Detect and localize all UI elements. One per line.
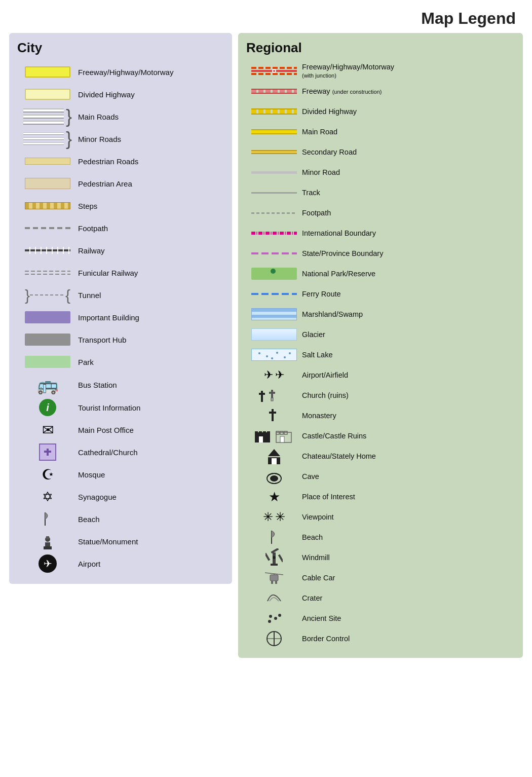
city-main-post-symbol: ✉ — [17, 422, 78, 438]
city-main-post-label: Main Post Office — [78, 426, 224, 434]
reg-cablecar-symbol — [246, 569, 302, 587]
city-statue-symbol — [17, 532, 78, 550]
city-freeway-row: Freeway/Highway/Motorway — [17, 61, 224, 83]
reg-windmill-row: Windmill — [246, 547, 515, 568]
reg-windmill-symbol — [246, 548, 302, 567]
info-icon: i — [39, 399, 56, 416]
reg-beach-symbol — [246, 529, 302, 546]
svg-rect-33 — [272, 458, 277, 464]
reg-viewpoint-symbol: ✳ ✳ — [246, 510, 302, 524]
reg-poi-symbol: ★ — [246, 489, 302, 505]
svg-point-50 — [274, 617, 277, 620]
reg-viewpoint-row: ✳ ✳ Viewpoint — [246, 507, 515, 527]
city-main-post-row: ✉ Main Post Office — [17, 419, 224, 441]
reg-freeway-uc-row: Freeway (under construction) — [246, 81, 515, 101]
city-cathedral-label: Cathedral/Church — [78, 448, 224, 457]
city-pedestrian-area-label: Pedestrian Area — [78, 179, 224, 188]
reg-cablecar-label: Cable Car — [302, 574, 515, 582]
svg-rect-27 — [276, 431, 279, 434]
city-funicular-label: Funicular Railway — [78, 269, 224, 277]
reg-castle-label: Castle/Castle Ruins — [302, 432, 515, 440]
reg-church-label: Church (ruins) — [302, 391, 515, 399]
reg-crater-row: Crater — [246, 588, 515, 608]
city-steps-row: Steps — [17, 195, 224, 217]
svg-rect-48 — [275, 581, 277, 584]
reg-cave-row: Cave — [246, 466, 515, 487]
city-bus-station-label: Bus Station — [78, 381, 224, 389]
reg-cave-label: Cave — [302, 472, 515, 480]
reg-freeway-symbol — [246, 67, 302, 75]
city-railway-row: Railway — [17, 239, 224, 262]
city-mosque-symbol: ☪ — [17, 466, 78, 483]
reg-church-symbol — [246, 387, 302, 404]
city-bus-station-row: 🚌 Bus Station — [17, 373, 224, 396]
reg-intl-boundary-label: International Boundary — [302, 229, 515, 237]
reg-divided-row: Divided Highway — [246, 101, 515, 122]
city-pedestrian-roads-row: Pedestrian Roads — [17, 150, 224, 172]
reg-marshland-row: Marshland/Swamp — [246, 304, 515, 324]
beach-icon — [40, 510, 55, 528]
svg-rect-22 — [259, 431, 262, 434]
city-airport-label: Airport — [78, 560, 224, 568]
reg-minor-road-row: Minor Road — [246, 162, 515, 182]
svg-point-7 — [258, 352, 260, 354]
ancient-icon — [265, 611, 283, 625]
city-pedestrian-roads-symbol — [17, 158, 78, 165]
reg-track-row: Track — [246, 182, 515, 203]
airplane-icon: ✈ — [264, 368, 273, 382]
city-pedestrian-roads-label: Pedestrian Roads — [78, 157, 224, 166]
city-main-roads-symbol: } — [17, 108, 78, 125]
crater-icon — [265, 591, 283, 605]
reg-intl-boundary-row: International Boundary — [246, 223, 515, 243]
city-statue-row: Statue/Monument — [17, 530, 224, 552]
cross-icon — [39, 443, 56, 461]
reg-ferry-label: Ferry Route — [302, 290, 515, 298]
airplane2-icon: ✈ — [275, 368, 284, 382]
reg-border-symbol — [246, 630, 302, 647]
city-park-label: Park — [78, 358, 224, 366]
svg-rect-28 — [280, 431, 283, 434]
svg-rect-6 — [46, 536, 49, 539]
reg-cave-symbol — [246, 467, 302, 486]
city-main-roads-label: Main Roads — [78, 113, 224, 121]
svg-rect-1 — [44, 451, 51, 453]
reg-track-label: Track — [302, 189, 515, 197]
statue-icon — [42, 532, 54, 550]
svg-marker-32 — [268, 449, 280, 456]
reg-footpath-symbol — [246, 212, 302, 214]
city-imp-building-label: Important Building — [78, 313, 224, 322]
reg-state-boundary-row: State/Province Boundary — [246, 243, 515, 264]
city-divided-label: Divided Highway — [78, 90, 224, 99]
reg-track-symbol — [246, 192, 302, 194]
svg-rect-24 — [267, 431, 270, 434]
city-heading: City — [17, 40, 224, 56]
castle-icon — [254, 427, 294, 445]
reg-freeway-row: Freeway/Highway/Motorway(with junction) — [246, 61, 515, 81]
svg-rect-4 — [45, 542, 50, 546]
reg-salt-lake-row: Salt Lake — [246, 345, 515, 365]
reg-beach-row: Beach — [246, 527, 515, 547]
city-synagogue-label: Synagogue — [78, 493, 224, 501]
reg-natl-park-symbol — [246, 268, 302, 280]
city-divided-symbol — [17, 89, 78, 100]
svg-point-42 — [273, 556, 276, 559]
city-footpath-row: Footpath — [17, 217, 224, 239]
reg-castle-row: Castle/Castle Ruins — [246, 426, 515, 446]
city-steps-label: Steps — [78, 202, 224, 210]
svg-rect-25 — [259, 436, 263, 442]
city-airport-symbol: ✈ — [17, 554, 78, 573]
city-railway-symbol — [17, 247, 78, 254]
city-footpath-label: Footpath — [78, 224, 224, 233]
city-panel: City Freeway/Highway/Motorway Divided Hi… — [9, 33, 232, 584]
reg-border-row: Border Control — [246, 628, 515, 649]
city-transport-hub-row: Transport Hub — [17, 328, 224, 351]
reg-divided-symbol — [246, 108, 302, 115]
reg-natl-park-row: National Park/Reserve — [246, 264, 515, 284]
reg-airport-symbol: ✈ ✈ — [246, 368, 302, 382]
reg-divided-label: Divided Highway — [302, 107, 515, 116]
city-beach-label: Beach — [78, 515, 224, 524]
city-park-symbol — [17, 356, 78, 368]
city-funicular-row: Funicular Railway — [17, 262, 224, 284]
reg-ancient-row: Ancient Site — [246, 608, 515, 628]
reg-salt-lake-symbol — [246, 349, 302, 361]
